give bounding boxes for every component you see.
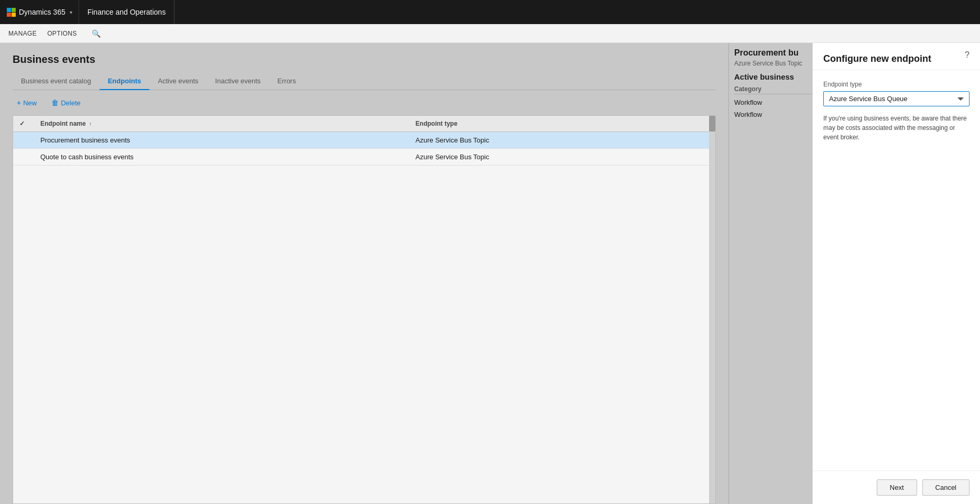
menubar-manage[interactable]: MANAGE (8, 28, 37, 39)
page-title: Business events (13, 53, 716, 65)
table-scrollbar[interactable] (709, 116, 715, 503)
svg-rect-0 (7, 8, 11, 12)
search-icon[interactable]: 🔍 (92, 29, 101, 38)
table-row[interactable]: Procurement business events Azure Servic… (13, 132, 715, 149)
tab-errors[interactable]: Errors (269, 73, 304, 90)
menubar-options[interactable]: OPTIONS (47, 28, 77, 39)
table-body: Procurement business events Azure Servic… (13, 132, 715, 166)
row-endpoint-type: Azure Service Bus Topic (409, 132, 715, 149)
info-text: If you're using business events, be awar… (823, 114, 970, 142)
app-name: Finance and Operations (79, 0, 175, 24)
delete-label: Delete (61, 99, 81, 107)
tab-inactive-events[interactable]: Inactive events (207, 73, 269, 90)
detail-row-2: Workflow (734, 108, 812, 120)
side-panel-header: Configure new endpoint ? (813, 43, 980, 70)
left-panel: Business events Business event catalog E… (0, 43, 728, 504)
table-container: ✓ Endpoint name ↑ Endpoint type Procurem… (13, 115, 716, 504)
new-label: New (23, 99, 37, 107)
row-check (13, 132, 34, 149)
tab-business-event-catalog[interactable]: Business event catalog (13, 73, 100, 90)
scrollbar-thumb[interactable] (709, 116, 715, 132)
column-endpoint-name[interactable]: Endpoint name ↑ (34, 116, 409, 132)
row-endpoint-name[interactable]: Procurement business events (34, 132, 409, 149)
toolbar: + New 🗑 Delete (0, 90, 728, 115)
tab-active-events[interactable]: Active events (149, 73, 206, 90)
check-icon: ✓ (19, 120, 25, 127)
svg-rect-1 (12, 8, 16, 12)
brand-chevron-icon: ▾ (70, 9, 72, 15)
tab-endpoints[interactable]: Endpoints (100, 73, 150, 90)
table-header: ✓ Endpoint name ↑ Endpoint type (13, 116, 715, 132)
svg-rect-3 (12, 13, 16, 17)
help-icon[interactable]: ? (965, 50, 970, 60)
detail-table-header: Category (734, 85, 812, 94)
side-panel-body: Endpoint type Azure Service Bus Queue Az… (813, 70, 980, 470)
brand-text: Dynamics 365 (19, 8, 66, 16)
right-detail-panel: Procurement bu Azure Service Bus Topic A… (728, 43, 812, 504)
side-panel-footer: Next Cancel (813, 470, 980, 504)
page-header: Business events Business event catalog E… (0, 43, 728, 90)
cancel-button[interactable]: Cancel (922, 479, 970, 496)
column-check: ✓ (13, 116, 34, 132)
endpoints-table: ✓ Endpoint name ↑ Endpoint type Procurem… (13, 116, 715, 166)
detail-row-1: Workflow (734, 96, 812, 108)
tabs: Business event catalog Endpoints Active … (13, 73, 716, 90)
brand-button[interactable]: Dynamics 365 ▾ (0, 0, 79, 24)
endpoint-type-select[interactable]: Azure Service Bus Queue Azure Service Bu… (823, 91, 970, 106)
sort-icon: ↑ (89, 121, 92, 127)
detail-panel-subtitle: Azure Service Bus Topic (734, 60, 812, 67)
row-endpoint-name[interactable]: Quote to cash business events (34, 149, 409, 166)
delete-icon: 🗑 (51, 98, 59, 107)
table-row[interactable]: Quote to cash business events Azure Serv… (13, 149, 715, 166)
new-button[interactable]: + New (13, 96, 41, 109)
detail-section-title: Active business (734, 72, 812, 81)
main-layout: Business events Business event catalog E… (0, 43, 980, 504)
delete-button[interactable]: 🗑 Delete (47, 96, 85, 109)
menubar: MANAGE OPTIONS 🔍 (0, 24, 980, 43)
plus-icon: + (17, 98, 21, 107)
side-panel-title: Configure new endpoint (823, 53, 970, 64)
column-endpoint-type[interactable]: Endpoint type (409, 116, 715, 132)
topbar: Dynamics 365 ▾ Finance and Operations (0, 0, 980, 24)
svg-rect-2 (7, 13, 11, 17)
next-button[interactable]: Next (877, 479, 917, 496)
row-check (13, 149, 34, 166)
row-endpoint-type: Azure Service Bus Topic (409, 149, 715, 166)
detail-panel-title: Procurement bu (734, 48, 812, 58)
dynamics-logo (6, 7, 16, 17)
side-panel: Configure new endpoint ? Endpoint type A… (812, 43, 980, 504)
endpoint-type-label: Endpoint type (823, 81, 970, 88)
